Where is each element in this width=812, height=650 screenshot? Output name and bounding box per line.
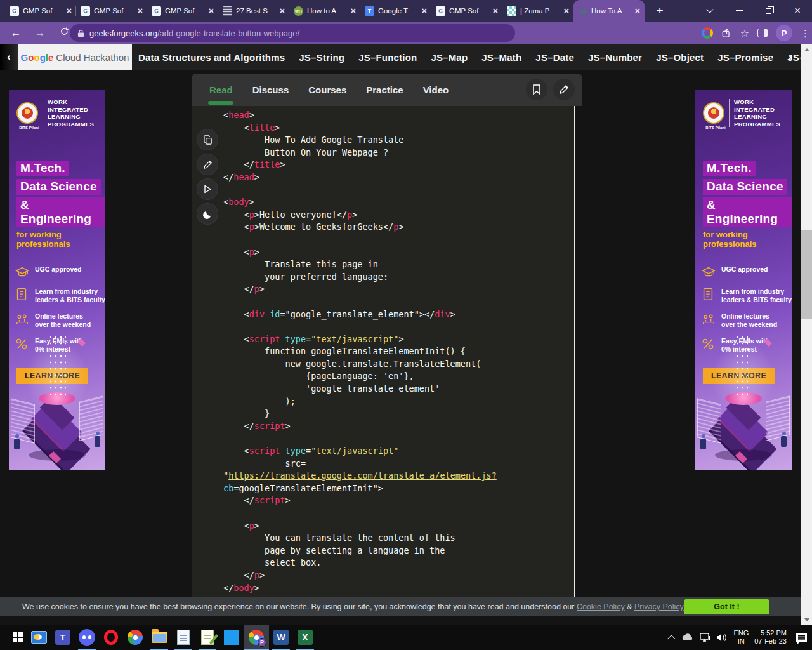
tray-chevron-icon[interactable]: [667, 635, 676, 643]
privacy-policy-link[interactable]: Privacy Policy: [634, 602, 684, 611]
sidebar-ad-right[interactable]: BITS PilaniWORKINTEGRATEDLEARNINGPROGRAM…: [695, 90, 792, 470]
cookie-policy-link[interactable]: Cookie Policy: [577, 602, 625, 611]
ad-headline: M.Tech.Data Science& Engineering: [703, 161, 792, 227]
code-action-buttons: [197, 129, 218, 225]
page-scrollbar[interactable]: [801, 44, 812, 625]
side-panel-icon[interactable]: [757, 29, 768, 37]
nav-item[interactable]: JS–Math: [481, 52, 521, 63]
gmp-logo-icon: G: [152, 6, 161, 16]
google-extension-icon[interactable]: [702, 27, 713, 39]
code-line: [223, 507, 574, 520]
bookmark-star-icon[interactable]: ☆: [740, 27, 749, 39]
taskbar-word-icon[interactable]: W: [269, 625, 293, 650]
nav-item[interactable]: JS–Promise: [717, 52, 773, 63]
tab-video[interactable]: Video: [423, 84, 449, 95]
scrollbar-thumb[interactable]: [801, 230, 812, 319]
taskbar-chrome-profile-icon[interactable]: P: [244, 625, 269, 650]
code-line: select box.: [223, 557, 574, 569]
browser-tab[interactable]: wHHow to A×: [289, 0, 360, 22]
dark-mode-button[interactable]: [197, 203, 218, 225]
feature-item: UGC approved: [702, 265, 792, 279]
nav-item[interactable]: Data Structures and Algorithms: [138, 52, 285, 63]
taskbar-excel-icon[interactable]: X: [293, 625, 317, 650]
browser-tab[interactable]: GGMP Sof×: [5, 0, 76, 22]
ad-subline: for working professionals: [16, 230, 105, 249]
start-button[interactable]: [6, 625, 29, 650]
tab-close-icon[interactable]: ×: [422, 6, 427, 15]
scroll-up-icon[interactable]: [801, 44, 812, 55]
tab-practice[interactable]: Practice: [366, 84, 403, 95]
edit-button[interactable]: [553, 79, 575, 100]
minimize-button[interactable]: [724, 0, 754, 22]
new-tab-button[interactable]: +: [651, 2, 669, 20]
browser-tab[interactable]: | Zuma P×: [502, 0, 573, 22]
close-button[interactable]: ×: [783, 0, 812, 22]
code-block[interactable]: <head> <title> How To Add Google Transla…: [192, 106, 575, 597]
desktop-screen: GGMP Sof×GGMP Sof×GGMP Sof×27 Best S×wHH…: [0, 0, 812, 650]
taskbar-discord-icon[interactable]: [75, 625, 99, 650]
feature-text: UGC approved: [721, 265, 768, 274]
tab-close-icon[interactable]: ×: [493, 6, 498, 15]
restore-button[interactable]: [754, 0, 783, 22]
taskbar-teams-icon[interactable]: T: [51, 625, 75, 650]
nav-item[interactable]: JS–Map: [431, 52, 468, 63]
edit-code-button[interactable]: [197, 154, 218, 175]
browser-tab[interactable]: GGMP Sof×: [76, 0, 147, 22]
language-indicator[interactable]: ENGIN: [733, 629, 749, 646]
tab-discuss[interactable]: Discuss: [252, 84, 289, 95]
tab-close-icon[interactable]: ×: [564, 6, 569, 15]
address-bar[interactable]: geeksforgeeks.org/add-google-translate-b…: [70, 24, 515, 42]
tab-close-icon[interactable]: ×: [67, 6, 72, 15]
nav-item[interactable]: JS–Object: [656, 52, 704, 63]
got-it-button[interactable]: Got It !: [684, 599, 769, 614]
tab-courses[interactable]: Courses: [308, 84, 346, 95]
tab-close-icon[interactable]: ×: [280, 6, 285, 15]
tab-close-icon[interactable]: ×: [209, 6, 214, 15]
taskbar-notepad-icon[interactable]: [171, 625, 195, 650]
nav-scroll-right-icon[interactable]: ›: [788, 51, 792, 63]
nav-item[interactable]: JS–Function: [358, 52, 417, 63]
nav-item[interactable]: JS–String: [299, 52, 344, 63]
network-icon[interactable]: [700, 633, 710, 642]
browser-tab-strip: GGMP Sof×GGMP Sof×GGMP Sof×27 Best S×wHH…: [0, 0, 812, 22]
back-button[interactable]: ←: [8, 25, 24, 41]
share-icon[interactable]: [721, 28, 732, 38]
notification-center-icon[interactable]: [796, 633, 807, 642]
hackathon-promo[interactable]: Google Cloud Hackathon: [18, 44, 132, 70]
taskbar-chrome-icon[interactable]: [123, 625, 147, 650]
tab-list: GGMP Sof×GGMP Sof×GGMP Sof×27 Best S×wHH…: [5, 0, 645, 22]
browser-tab[interactable]: GGMP Sof×: [431, 0, 502, 22]
taskbar-report-app-icon[interactable]: [27, 625, 51, 650]
menu-dots-icon[interactable]: ⋮: [801, 32, 803, 35]
nav-item[interactable]: JS–Number: [588, 52, 642, 63]
headline-line: Data Science: [16, 179, 101, 195]
nav-item[interactable]: JS–Date: [535, 52, 574, 63]
taskbar-journal-icon[interactable]: [195, 625, 219, 650]
browser-tab[interactable]: 27 Best S×: [218, 0, 289, 22]
tab-close-icon[interactable]: ×: [351, 6, 356, 15]
nav-scroll-left-icon[interactable]: ‹: [0, 44, 18, 70]
browser-tab[interactable]: GGMP Sof×: [147, 0, 218, 22]
forward-button[interactable]: →: [32, 25, 48, 41]
tab-search-chevron-icon[interactable]: [695, 0, 724, 22]
speaker-icon[interactable]: [716, 633, 728, 642]
taskbar-opera-icon[interactable]: [99, 625, 123, 650]
tab-read[interactable]: Read: [209, 84, 233, 95]
onedrive-cloud-icon[interactable]: [681, 633, 694, 642]
profile-avatar[interactable]: P: [776, 25, 792, 41]
taskbar-file-explorer-icon[interactable]: [147, 625, 171, 650]
scroll-down-icon[interactable]: [801, 614, 812, 625]
taskbar-vscode-icon[interactable]: [219, 625, 244, 650]
feature-text: UGC approved: [35, 265, 82, 274]
browser-tab[interactable]: ∞How To A×: [573, 0, 645, 22]
tab-close-icon[interactable]: ×: [635, 6, 640, 15]
bookmark-button[interactable]: [526, 79, 547, 100]
copy-code-button[interactable]: [197, 129, 218, 150]
headline-line: & Engineering: [16, 197, 105, 227]
browser-tab[interactable]: TGoogle T×: [360, 0, 431, 22]
run-code-button[interactable]: [197, 178, 218, 200]
sidebar-ad-left[interactable]: BITS PilaniWORKINTEGRATEDLEARNINGPROGRAM…: [9, 90, 105, 470]
code-line: Button On Your Webpage ?: [223, 147, 574, 159]
tab-close-icon[interactable]: ×: [138, 6, 143, 15]
clock[interactable]: 5:52 PM07-Feb-23: [754, 629, 787, 646]
